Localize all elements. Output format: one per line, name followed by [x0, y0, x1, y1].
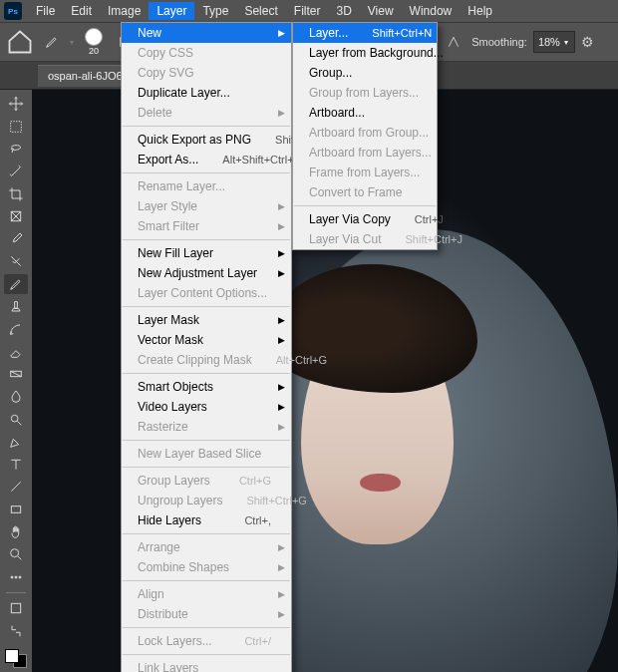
layer-menu-item-quick-export-as-png[interactable]: Quick Export as PNGShift+Ctrl+' — [122, 130, 291, 150]
layer-menu: New▶Copy CSSCopy SVGDuplicate Layer...De… — [121, 22, 292, 672]
menu-item-view[interactable]: View — [360, 2, 402, 20]
brush-preset-icon[interactable] — [40, 30, 64, 54]
tool-gradient[interactable] — [4, 364, 28, 385]
layer-menu-sep — [123, 373, 290, 374]
submenu-arrow-icon: ▶ — [278, 268, 285, 278]
tool-eraser[interactable] — [4, 342, 28, 363]
new-submenu-item-layer-from-background[interactable]: Layer from Background... — [293, 43, 437, 63]
tool-stamp[interactable] — [4, 296, 28, 317]
menu-item-filter[interactable]: Filter — [286, 2, 329, 20]
layer-menu-sep — [123, 126, 290, 127]
menu-label: New Adjustment Layer — [138, 266, 271, 280]
new-submenu-item-artboard[interactable]: Artboard... — [293, 103, 437, 123]
tool-marquee[interactable] — [4, 117, 28, 138]
smoothing-label: Smoothing: — [471, 36, 527, 48]
tool-hand[interactable] — [4, 521, 28, 542]
menu-item-3d[interactable]: 3D — [328, 2, 359, 20]
layer-menu-item-smart-objects[interactable]: Smart Objects▶ — [122, 377, 291, 397]
svg-point-5 — [11, 415, 18, 422]
swatch-fg — [5, 649, 19, 663]
tool-more[interactable] — [4, 566, 28, 587]
tool-pen[interactable] — [4, 432, 28, 453]
layer-menu-item-ungroup-layers: Ungroup LayersShift+Ctrl+G — [122, 491, 291, 510]
layer-menu-sep — [123, 533, 290, 534]
menu-label: New Layer Based Slice — [138, 447, 271, 461]
menu-shortcut: Shift+Ctrl+J — [406, 233, 463, 245]
tool-edge[interactable] — [4, 598, 28, 619]
tool-wand[interactable] — [4, 162, 28, 182]
layer-menu-sep — [123, 654, 290, 655]
tool-move[interactable] — [4, 94, 28, 115]
airbrush-icon[interactable] — [442, 30, 465, 54]
submenu-arrow-icon: ▶ — [278, 542, 285, 552]
menu-item-edit[interactable]: Edit — [63, 2, 100, 20]
gear-icon[interactable]: ⚙ — [581, 34, 594, 50]
menu-item-help[interactable]: Help — [460, 2, 500, 20]
menu-label: Layer Style — [138, 199, 271, 213]
new-submenu-item-layer-via-cut: Layer Via CutShift+Ctrl+J — [293, 229, 437, 249]
layer-menu-item-vector-mask[interactable]: Vector Mask▶ — [122, 330, 291, 350]
tool-rect[interactable] — [4, 500, 28, 520]
tool-brush[interactable] — [4, 274, 28, 295]
tool-path[interactable] — [4, 477, 28, 498]
menu-label: Artboard from Group... — [309, 126, 429, 140]
tool-dodge[interactable] — [4, 409, 28, 430]
menu-item-select[interactable]: Select — [236, 2, 285, 20]
menu-label: Vector Mask — [138, 333, 271, 347]
menu-label: Group from Layers... — [309, 86, 419, 100]
menu-label: Smart Objects — [138, 380, 271, 394]
menu-shortcut: Ctrl+G — [239, 475, 271, 487]
menu-label: Export As... — [138, 153, 198, 167]
menu-item-window[interactable]: Window — [402, 2, 461, 20]
tool-lasso[interactable] — [4, 139, 28, 160]
layer-menu-item-duplicate-layer[interactable]: Duplicate Layer... — [122, 83, 291, 103]
tool-swap[interactable] — [4, 621, 28, 642]
brush-size-control[interactable]: 20 — [80, 28, 108, 56]
menu-label: Layer from Background... — [309, 46, 444, 60]
tool-zoom[interactable] — [4, 544, 28, 565]
tool-frame[interactable] — [4, 206, 28, 227]
tool-history[interactable] — [4, 319, 28, 340]
new-submenu-item-artboard-from-layers: Artboard from Layers... — [293, 143, 437, 163]
layer-menu-item-video-layers[interactable]: Video Layers▶ — [122, 397, 291, 417]
submenu-arrow-icon: ▶ — [278, 221, 285, 231]
menu-label: New Fill Layer — [138, 246, 271, 260]
color-swatches[interactable] — [5, 649, 27, 668]
layer-menu-item-delete: Delete▶ — [122, 103, 291, 123]
layer-menu-item-new-adjustment-layer[interactable]: New Adjustment Layer▶ — [122, 263, 291, 283]
submenu-arrow-icon: ▶ — [278, 382, 285, 392]
new-submenu-item-group[interactable]: Group... — [293, 63, 437, 83]
submenu-arrow-icon: ▶ — [278, 609, 285, 619]
smoothing-dropdown[interactable]: 18%▾ — [533, 31, 575, 53]
tool-type[interactable] — [4, 455, 28, 476]
menu-item-type[interactable]: Type — [194, 2, 236, 20]
menu-label: Video Layers — [138, 400, 271, 414]
tool-heal[interactable] — [4, 251, 28, 272]
menu-shortcut: Alt+Shift+Ctrl+' — [222, 154, 295, 166]
layer-menu-item-copy-css: Copy CSS — [122, 43, 291, 63]
layer-menu-item-new[interactable]: New▶ — [122, 23, 291, 43]
menu-shortcut: Shift+Ctrl+G — [246, 495, 307, 506]
menu-item-layer[interactable]: Layer — [149, 2, 194, 20]
submenu-arrow-icon: ▶ — [278, 108, 285, 118]
submenu-arrow-icon: ▶ — [278, 562, 285, 572]
layer-menu-sep — [123, 306, 290, 307]
menu-item-image[interactable]: Image — [100, 2, 149, 20]
svg-point-9 — [15, 576, 17, 578]
menu-label: Artboard... — [309, 106, 417, 120]
layer-menu-sep — [123, 627, 290, 628]
tool-eyedropper[interactable] — [4, 229, 28, 250]
svg-rect-6 — [11, 506, 20, 513]
new-submenu-item-layer[interactable]: Layer...Shift+Ctrl+N — [293, 23, 437, 43]
tool-crop[interactable] — [4, 183, 28, 204]
layer-menu-item-create-clipping-mask: Create Clipping MaskAlt+Ctrl+G — [122, 350, 291, 370]
menu-item-file[interactable]: File — [28, 2, 63, 20]
layer-menu-item-hide-layers[interactable]: Hide LayersCtrl+, — [122, 510, 291, 530]
tool-blur[interactable] — [4, 387, 28, 408]
layer-menu-item-new-fill-layer[interactable]: New Fill Layer▶ — [122, 243, 291, 263]
layer-menu-item-export-as[interactable]: Export As...Alt+Shift+Ctrl+' — [122, 150, 291, 169]
chevron-down-icon: ▾ — [70, 38, 74, 47]
home-icon[interactable] — [6, 28, 34, 56]
layer-menu-item-layer-mask[interactable]: Layer Mask▶ — [122, 310, 291, 330]
new-submenu-item-layer-via-copy[interactable]: Layer Via CopyCtrl+J — [293, 209, 437, 229]
